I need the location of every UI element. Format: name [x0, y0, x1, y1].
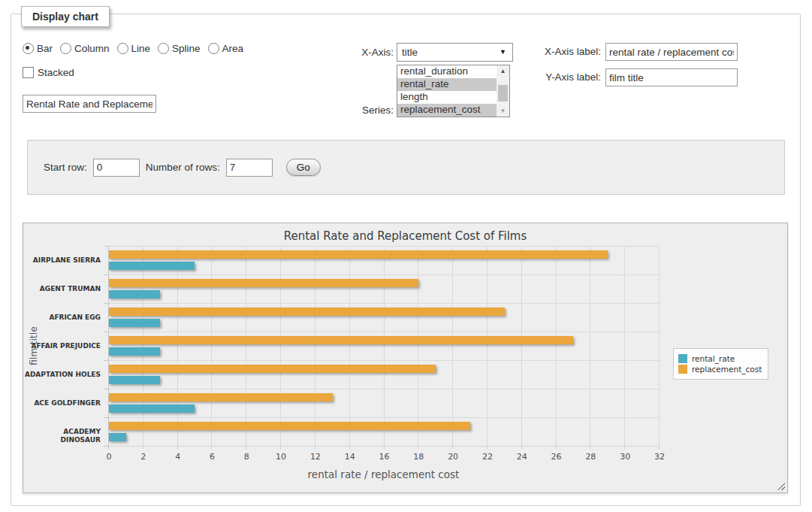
legend-swatch-icon [678, 365, 687, 374]
chart-type-option-line[interactable]: Line [117, 43, 151, 54]
series-option-replacement_cost[interactable]: replacement_cost [397, 104, 497, 117]
x-tick-label: 20 [438, 452, 468, 462]
x-axis-select[interactable]: title ▼ [397, 43, 513, 62]
bar-replacement_cost [109, 250, 608, 259]
start-row-input[interactable] [93, 159, 140, 177]
x-tick-label: 16 [370, 452, 400, 462]
chart-type-label: Line [131, 43, 151, 54]
chart-type-group: BarColumnLineSplineArea [23, 43, 251, 54]
series-option-length[interactable]: length [397, 91, 497, 104]
series-select-label: Series: [314, 105, 394, 116]
x-tick-label: 12 [300, 452, 331, 462]
y-tick [104, 332, 108, 332]
radio-icon[interactable] [117, 43, 128, 54]
grid-line-v [418, 246, 418, 446]
chart-type-option-spline[interactable]: Spline [158, 43, 201, 54]
x-tick-label: 6 [197, 452, 227, 462]
x-axis-selected-value: title [397, 44, 512, 61]
grid-line-v [384, 246, 385, 446]
grid-line-v [211, 246, 212, 446]
y-category-label: AFFAIR PREJUDICE [23, 342, 101, 350]
chart-type-option-bar[interactable]: Bar [23, 43, 53, 54]
chart-legend: rental_ratereplacement_cost [673, 348, 768, 380]
x-tick-label: 2 [128, 452, 158, 462]
x-tick-label: 14 [335, 452, 365, 462]
grid-line-v [246, 246, 246, 446]
x-axis-label-input[interactable] [605, 43, 738, 61]
bar-replacement_cost [109, 336, 573, 344]
chart-type-option-area[interactable]: Area [208, 43, 244, 54]
grid-line-v [177, 246, 178, 446]
grid-line-h [109, 360, 660, 361]
chart-x-axis-title: rental rate / replacement cost [108, 468, 659, 480]
chart-type-option-column[interactable]: Column [60, 43, 110, 54]
radio-icon[interactable] [60, 43, 71, 54]
scroll-up-icon[interactable]: ▲ [497, 65, 509, 77]
resize-handle-icon[interactable] [777, 483, 785, 490]
grid-line-v [624, 246, 625, 446]
num-rows-label: Number of rows: [146, 162, 220, 173]
grid-line-v [315, 246, 315, 446]
grid-line-h [109, 274, 660, 275]
y-category-label: ADAPTATION HOLES [23, 371, 101, 379]
legend-item-replacement_cost[interactable]: replacement_cost [678, 365, 762, 374]
start-row-label: Start row: [44, 162, 87, 173]
y-tick [104, 446, 108, 447]
x-axis-label-caption: X-Axis label: [521, 46, 601, 57]
chart-title: Rental Rate and Replacement Cost of Film… [23, 229, 787, 243]
bar-rental_rate [109, 404, 195, 413]
bar-replacement_cost [109, 393, 333, 401]
bar-rental_rate [109, 376, 160, 384]
stacked-label: Stacked [38, 67, 74, 78]
num-rows-input[interactable] [226, 159, 273, 177]
y-axis-label-caption: Y-Axis label: [521, 71, 601, 83]
x-tick-label: 22 [472, 452, 503, 462]
scrollbar-thumb[interactable] [498, 85, 508, 101]
series-option-rental_duration[interactable]: rental_duration [397, 65, 497, 78]
stacked-checkbox[interactable] [23, 67, 34, 78]
y-axis-label-input[interactable] [605, 68, 738, 86]
radio-icon[interactable] [158, 43, 169, 54]
y-tick [104, 246, 108, 247]
x-tick-label: 18 [403, 452, 433, 462]
y-category-label: AFRICAN EGG [23, 314, 101, 322]
row-range-panel: Start row: Number of rows: Go [27, 140, 785, 195]
bar-replacement_cost [109, 308, 505, 316]
x-tick-label: 30 [610, 452, 640, 462]
radio-icon[interactable] [23, 43, 34, 54]
series-listbox[interactable]: rental_durationrental_ratelengthreplacem… [397, 65, 510, 117]
bar-replacement_cost [109, 279, 418, 287]
grid-line-h [109, 303, 660, 304]
y-tick [104, 417, 108, 418]
scroll-down-icon[interactable]: ▼ [497, 105, 509, 117]
x-tick-label: 26 [542, 452, 572, 462]
legend-item-rental_rate[interactable]: rental_rate [678, 354, 762, 363]
grid-line-h [109, 446, 660, 447]
stacked-option[interactable]: Stacked [23, 67, 74, 78]
legend-label: replacement_cost [692, 365, 762, 374]
grid-line-v [452, 246, 453, 446]
grid-line-h [109, 389, 660, 389]
radio-icon[interactable] [208, 43, 219, 54]
bar-rental_rate [109, 347, 160, 356]
bar-rental_rate [109, 319, 160, 327]
series-scrollbar[interactable]: ▲ ▼ [497, 65, 509, 117]
series-options: rental_durationrental_ratelengthreplacem… [397, 65, 497, 117]
y-tick [104, 303, 108, 304]
chart-type-label: Bar [37, 43, 53, 54]
y-tick [104, 274, 108, 275]
x-tick-label: 32 [644, 452, 675, 462]
grid-line-v [521, 246, 522, 446]
x-tick-label: 0 [94, 452, 124, 462]
bar-replacement_cost [109, 422, 470, 430]
grid-line-h [109, 332, 660, 332]
chart-type-label: Column [74, 43, 110, 54]
y-category-label: AIRPLANE SIERRA [23, 256, 101, 265]
series-option-rental_rate[interactable]: rental_rate [397, 78, 497, 91]
x-tick-label: 4 [163, 452, 193, 462]
go-button[interactable]: Go [286, 159, 321, 176]
grid-line-v [349, 246, 350, 446]
chart-title-input[interactable] [23, 95, 156, 113]
grid-line-v [280, 246, 281, 446]
bar-rental_rate [109, 433, 126, 441]
